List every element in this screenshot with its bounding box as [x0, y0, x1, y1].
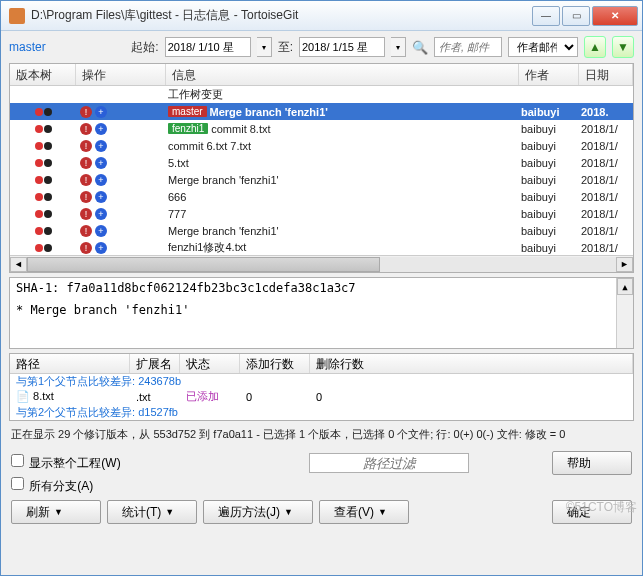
plus-icon: +: [95, 242, 107, 254]
log-row[interactable]: !+ fenzhi1修改4.txtbaibuyi2018/1/: [10, 239, 633, 255]
end-label: 至:: [278, 39, 293, 56]
nav-up-button[interactable]: ▲: [584, 36, 606, 58]
info-icon: !: [80, 123, 92, 135]
info-icon: !: [80, 140, 92, 152]
log-row[interactable]: !+ Merge branch 'fenzhi1'baibuyi2018/1/: [10, 171, 633, 188]
scroll-thumb[interactable]: [27, 257, 380, 272]
view-button[interactable]: 查看(V)▼: [319, 500, 409, 524]
info-icon: !: [80, 208, 92, 220]
show-whole-checkbox[interactable]: 显示整个工程(W): [11, 454, 121, 472]
scroll-up-icon[interactable]: ▲: [617, 278, 633, 295]
refresh-button[interactable]: 刷新▼: [11, 500, 101, 524]
detail-panel: SHA-1: f7a0a11d8bcf062124fb23bc3c1cdefa3…: [9, 277, 634, 349]
minimize-button[interactable]: —: [532, 6, 560, 26]
maximize-button[interactable]: ▭: [562, 6, 590, 26]
help-button[interactable]: 帮助: [552, 451, 632, 475]
log-row[interactable]: 工作树变更: [10, 86, 633, 103]
log-body[interactable]: 工作树变更!+master Merge branch 'fenzhi1'baib…: [10, 86, 633, 255]
titlebar[interactable]: D:\Program Files\库\gittest - 日志信息 - Tort…: [1, 1, 642, 31]
log-row[interactable]: !+ Merge branch 'fenzhi1'baibuyi2018/1/: [10, 222, 633, 239]
scroll-left-icon[interactable]: ◄: [10, 257, 27, 272]
app-icon: [9, 8, 25, 24]
end-date-input[interactable]: [299, 37, 385, 57]
close-button[interactable]: ✕: [592, 6, 638, 26]
branch-badge: master: [168, 106, 207, 117]
file-row[interactable]: 📄 8.txt .txt 已添加 0 0: [10, 389, 633, 404]
col-author[interactable]: 作者: [519, 64, 579, 85]
log-row[interactable]: !+master Merge branch 'fenzhi1'baibuyi20…: [10, 103, 633, 120]
plus-icon: +: [95, 191, 107, 203]
plus-icon: +: [95, 123, 107, 135]
author-filter-input[interactable]: [434, 37, 502, 57]
start-date-spinner[interactable]: ▾: [257, 37, 272, 57]
info-icon: !: [80, 106, 92, 118]
toolbar: master 起始: ▾ 至: ▾ 🔍 作者邮件 ▲ ▼: [1, 31, 642, 63]
log-panel: 版本树 操作 信息 作者 日期 工作树变更!+master Merge bran…: [9, 63, 634, 273]
col-actions[interactable]: 操作: [76, 64, 166, 85]
author-dropdown[interactable]: 作者邮件: [508, 37, 578, 57]
start-date-input[interactable]: [165, 37, 251, 57]
log-header: 版本树 操作 信息 作者 日期: [10, 64, 633, 86]
files-header: 路径 扩展名 状态 添加行数 删除行数: [10, 354, 633, 374]
info-icon: !: [80, 191, 92, 203]
plus-icon: +: [95, 208, 107, 220]
plus-icon: +: [95, 140, 107, 152]
fcol-del[interactable]: 删除行数: [310, 354, 633, 373]
scroll-right-icon[interactable]: ►: [616, 257, 633, 272]
walk-button[interactable]: 遍历方法(J)▼: [203, 500, 313, 524]
plus-icon: +: [95, 157, 107, 169]
stats-button[interactable]: 统计(T)▼: [107, 500, 197, 524]
plus-icon: +: [95, 225, 107, 237]
bottom-area: 显示整个工程(W) 帮助 所有分支(A) 刷新▼ 统计(T)▼ 遍历方法(J)▼…: [9, 448, 634, 530]
log-row[interactable]: !+fenzhi1 commit 8.txtbaibuyi2018/1/: [10, 120, 633, 137]
h-scrollbar[interactable]: ◄ ►: [10, 255, 633, 272]
info-icon: !: [80, 157, 92, 169]
parent1-diff-row[interactable]: 与第1个父节点比较差异: 243678b: [10, 374, 633, 389]
nav-down-button[interactable]: ▼: [612, 36, 634, 58]
log-row[interactable]: !+ 777baibuyi2018/1/: [10, 205, 633, 222]
file-icon: 📄: [16, 390, 30, 402]
log-row[interactable]: !+ commit 6.txt 7.txtbaibuyi2018/1/: [10, 137, 633, 154]
files-panel: 路径 扩展名 状态 添加行数 删除行数 与第1个父节点比较差异: 243678b…: [9, 353, 634, 421]
info-icon: !: [80, 174, 92, 186]
plus-icon: +: [95, 174, 107, 186]
branch-label[interactable]: master: [9, 40, 46, 54]
fcol-ext[interactable]: 扩展名: [130, 354, 180, 373]
start-label: 起始:: [131, 39, 158, 56]
detail-vscroll[interactable]: ▲: [616, 278, 633, 348]
fcol-status[interactable]: 状态: [180, 354, 240, 373]
fcol-add[interactable]: 添加行数: [240, 354, 310, 373]
all-branch-checkbox[interactable]: 所有分支(A): [11, 477, 93, 495]
log-row[interactable]: !+ 5.txtbaibuyi2018/1/: [10, 154, 633, 171]
status-line: 正在显示 29 个修订版本，从 553d752 到 f7a0a11 - 已选择 …: [9, 425, 634, 444]
info-icon: !: [80, 242, 92, 254]
log-row[interactable]: !+ 666baibuyi2018/1/: [10, 188, 633, 205]
fcol-path[interactable]: 路径: [10, 354, 130, 373]
path-filter-input[interactable]: [309, 453, 469, 473]
end-date-spinner[interactable]: ▾: [391, 37, 406, 57]
col-message[interactable]: 信息: [166, 64, 519, 85]
ok-button[interactable]: 确定: [552, 500, 632, 524]
col-graph[interactable]: 版本树: [10, 64, 76, 85]
sha-line: SHA-1: f7a0a11d8bcf062124fb23bc3c1cdefa3…: [16, 281, 627, 295]
info-icon: !: [80, 225, 92, 237]
parent2-diff-row[interactable]: 与第2个父节点比较差异: d1527fb: [10, 405, 633, 420]
branch-badge: fenzhi1: [168, 123, 208, 134]
window-title: D:\Program Files\库\gittest - 日志信息 - Tort…: [31, 7, 532, 24]
plus-icon: +: [95, 106, 107, 118]
col-date[interactable]: 日期: [579, 64, 633, 85]
commit-msg-line: * Merge branch 'fenzhi1': [16, 303, 627, 317]
window: D:\Program Files\库\gittest - 日志信息 - Tort…: [0, 0, 643, 576]
search-icon[interactable]: 🔍: [412, 40, 428, 55]
